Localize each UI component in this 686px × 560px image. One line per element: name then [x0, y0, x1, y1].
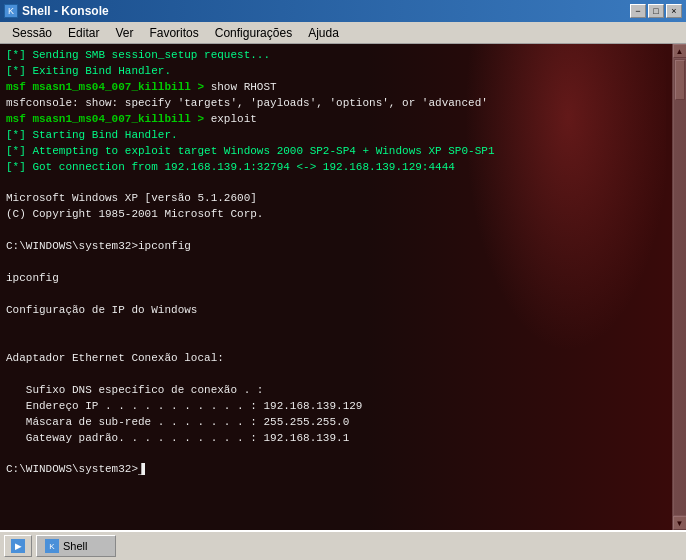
terminal-line: Configuração de IP do Windows [6, 303, 666, 319]
terminal-line: [*] Starting Bind Handler. [6, 128, 666, 144]
minimize-button[interactable]: − [630, 4, 646, 18]
menu-editar[interactable]: Editar [60, 24, 107, 42]
terminal-line [6, 335, 666, 351]
terminal-line: (C) Copyright 1985-2001 Microsoft Corp. [6, 207, 666, 223]
terminal-line [6, 255, 666, 271]
taskbar: ▶ K Shell [0, 530, 686, 560]
terminal-line: Gateway padrão. . . . . . . . . . : 192.… [6, 431, 666, 447]
menu-favoritos[interactable]: Favoritos [141, 24, 206, 42]
menu-ajuda[interactable]: Ajuda [300, 24, 347, 42]
menu-ver[interactable]: Ver [107, 24, 141, 42]
menu-bar: Sessão Editar Ver Favoritos Configuraçõe… [0, 22, 686, 44]
terminal-line: [*] Got connection from 192.168.139.1:32… [6, 160, 666, 176]
menu-configuracoes[interactable]: Configurações [207, 24, 300, 42]
terminal-line: ipconfig [6, 271, 666, 287]
terminal-line: Máscara de sub-rede . . . . . . . : 255.… [6, 415, 666, 431]
terminal-output[interactable]: [*] Sending SMB session_setup request...… [0, 44, 672, 530]
taskbar-shell-icon: K [45, 539, 59, 553]
terminal-line: Adaptador Ethernet Conexão local: [6, 351, 666, 367]
taskbar-shell-button[interactable]: K Shell [36, 535, 116, 557]
terminal-line: C:\WINDOWS\system32>ipconfig [6, 239, 666, 255]
close-button[interactable]: × [666, 4, 682, 18]
menu-sessao[interactable]: Sessão [4, 24, 60, 42]
window-controls[interactable]: − □ × [630, 4, 682, 18]
terminal-line: [*] Sending SMB session_setup request... [6, 48, 666, 64]
terminal-prompt: C:\WINDOWS\system32>▌ [6, 462, 666, 478]
terminal-line: msfconsole: show: specify 'targets', 'pa… [6, 96, 666, 112]
terminal-line [6, 287, 666, 303]
title-bar: K Shell - Konsole − □ × [0, 0, 686, 22]
terminal-line [6, 367, 666, 383]
maximize-button[interactable]: □ [648, 4, 664, 18]
terminal-line: [*] Exiting Bind Handler. [6, 64, 666, 80]
terminal-line: [*] Attempting to exploit target Windows… [6, 144, 666, 160]
title-bar-left: K Shell - Konsole [4, 4, 109, 18]
taskbar-shell-label: Shell [63, 540, 87, 552]
terminal-line [6, 319, 666, 335]
terminal-line: Endereço IP . . . . . . . . . . . : 192.… [6, 399, 666, 415]
terminal-line: msf msasn1_ms04_007_killbill > exploit [6, 112, 666, 128]
terminal-line [6, 223, 666, 239]
start-icon: ▶ [11, 539, 25, 553]
terminal-line: Microsoft Windows XP [versão 5.1.2600] [6, 191, 666, 207]
terminal-wrapper: [*] Sending SMB session_setup request...… [0, 44, 686, 530]
terminal-line [6, 446, 666, 462]
start-button[interactable]: ▶ [4, 535, 32, 557]
app-icon: K [4, 4, 18, 18]
terminal-line [6, 176, 666, 192]
terminal-line: msf msasn1_ms04_007_killbill > show RHOS… [6, 80, 666, 96]
window-title: Shell - Konsole [22, 4, 109, 18]
terminal-line: Sufixo DNS específico de conexão . : [6, 383, 666, 399]
